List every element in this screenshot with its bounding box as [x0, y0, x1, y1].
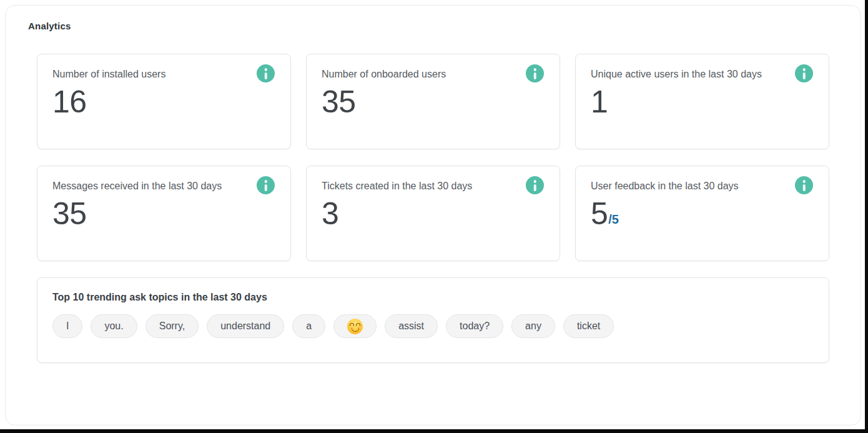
screen-edge-bottom — [0, 429, 868, 433]
screen: Analytics Number of installed users 16 N… — [0, 0, 868, 433]
topic-pill: a — [292, 314, 325, 338]
topic-pill: today? — [446, 314, 503, 338]
stat-card-unique-active-users: Unique active users in the last 30 days … — [575, 54, 829, 149]
info-icon[interactable] — [526, 64, 544, 82]
stat-card-label: Unique active users in the last 30 days — [591, 67, 814, 82]
stat-card-messages-received: Messages received in the last 30 days 35 — [37, 166, 291, 261]
stat-value: 1 — [591, 85, 608, 119]
page-title: Analytics — [28, 21, 829, 31]
stats-grid: Number of installed users 16 Number of o… — [37, 54, 829, 261]
stat-value: 16 — [52, 85, 87, 119]
topic-pill: assist — [385, 314, 438, 338]
analytics-panel: Analytics Number of installed users 16 N… — [5, 5, 861, 426]
smiling-face-emoji — [347, 319, 363, 334]
stat-value-row: 1 — [591, 85, 814, 119]
trending-topics-title: Top 10 trending ask topics in the last 3… — [52, 292, 814, 303]
stat-value: 5 — [591, 197, 608, 231]
stat-card-installed-users: Number of installed users 16 — [37, 54, 291, 149]
topic-pill-row: I you. Sorry, understand a assist today? — [52, 314, 814, 338]
stat-value: 35 — [52, 197, 87, 231]
feedback-denominator: /5 — [608, 213, 619, 226]
stat-card-tickets-created: Tickets created in the last 30 days 3 — [306, 166, 560, 261]
info-icon[interactable] — [526, 176, 544, 194]
topic-pill: Sorry, — [145, 314, 199, 338]
emoji-mouth — [351, 327, 359, 332]
info-icon[interactable] — [257, 176, 275, 194]
stat-card-user-feedback: User feedback in the last 30 days 5 /5 — [575, 166, 829, 261]
topic-pill: ticket — [563, 314, 614, 338]
screen-edge-right — [865, 0, 868, 433]
info-icon[interactable] — [795, 176, 813, 194]
info-icon[interactable] — [795, 64, 813, 82]
stat-value: 35 — [322, 85, 356, 119]
stat-card-label: Messages received in the last 30 days — [52, 179, 275, 194]
stat-value-row: 16 — [52, 85, 275, 119]
stat-card-onboarded-users: Number of onboarded users 35 — [306, 54, 560, 149]
topic-pill: any — [511, 314, 555, 338]
stat-card-label: Number of onboarded users — [322, 67, 545, 82]
trending-topics-card: Top 10 trending ask topics in the last 3… — [37, 277, 829, 363]
info-icon[interactable] — [257, 64, 275, 82]
stat-value-row: 3 — [322, 197, 545, 231]
emoji-eye — [356, 323, 360, 326]
analytics-panel-content: Analytics Number of installed users 16 N… — [6, 6, 861, 388]
stat-value: 3 — [322, 197, 338, 231]
topic-pill-emoji — [333, 314, 377, 338]
stat-card-label: Number of installed users — [52, 67, 275, 82]
topic-pill: I — [52, 314, 82, 338]
stat-card-label: User feedback in the last 30 days — [591, 179, 814, 194]
stat-card-label: Tickets created in the last 30 days — [322, 179, 545, 194]
emoji-eye — [350, 323, 354, 326]
stat-value-row: 35 — [322, 85, 545, 119]
stat-value-row: 5 /5 — [591, 197, 814, 231]
stat-value-row: 35 — [52, 197, 275, 231]
topic-pill: you. — [91, 314, 137, 338]
topic-pill: understand — [207, 314, 284, 338]
